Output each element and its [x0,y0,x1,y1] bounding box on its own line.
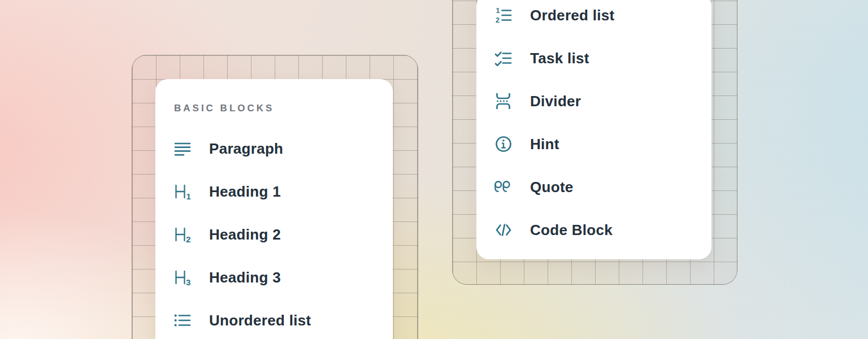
menu-item-heading-3[interactable]: 3 Heading 3 [155,256,393,299]
svg-text:2: 2 [496,16,500,24]
menu-item-label: Unordered list [209,312,311,329]
menu-item-label: Task list [530,50,589,67]
menu-item-task-list[interactable]: Task list [476,37,711,80]
divider-icon [494,92,513,111]
menu-item-label: Ordered list [530,7,615,24]
heading-1-icon: 1 [173,182,192,201]
menu-item-label: Heading 3 [209,269,281,286]
basic-blocks-menu-card: BASIC BLOCKS Paragraph 1 [155,79,393,339]
unordered-list-icon [173,311,192,330]
menu-item-label: Paragraph [209,140,283,158]
svg-text:2: 2 [186,234,190,244]
menu-item-label: Heading 2 [209,226,281,244]
blocks-menu-card: 1 2 Ordered list Task list [476,0,711,259]
svg-text:3: 3 [186,277,190,287]
menu-item-label: Hint [530,136,559,153]
menu-item-heading-1[interactable]: 1 Heading 1 [155,170,393,213]
menu-item-label: Divider [530,93,581,110]
svg-text:1: 1 [496,7,500,15]
menu-item-label: Code Block [530,221,613,239]
menu-item-ordered-list[interactable]: 1 2 Ordered list [476,0,711,37]
basic-blocks-header: BASIC BLOCKS [174,103,393,114]
heading-2-icon: 2 [173,225,192,244]
menu-item-divider[interactable]: Divider [476,80,711,123]
menu-item-code-block[interactable]: Code Block [476,208,711,251]
menu-item-label: Heading 1 [209,183,281,201]
menu-item-paragraph[interactable]: Paragraph [155,127,393,170]
ordered-list-icon: 1 2 [494,6,513,25]
menu-item-quote[interactable]: Quote [476,166,711,208]
menu-item-hint[interactable]: Hint [476,123,711,166]
task-list-icon [494,49,513,68]
quote-icon [494,177,513,197]
menu-item-label: Quote [530,179,574,196]
menu-item-heading-2[interactable]: 2 Heading 2 [155,213,393,256]
code-block-icon [494,220,513,240]
paragraph-icon [173,139,192,158]
heading-3-icon: 3 [173,268,192,287]
gradient-background: BASIC BLOCKS Paragraph 1 [0,0,868,339]
svg-text:1: 1 [186,192,191,201]
menu-item-unordered-list[interactable]: Unordered list [155,299,393,339]
hint-icon [494,134,513,154]
